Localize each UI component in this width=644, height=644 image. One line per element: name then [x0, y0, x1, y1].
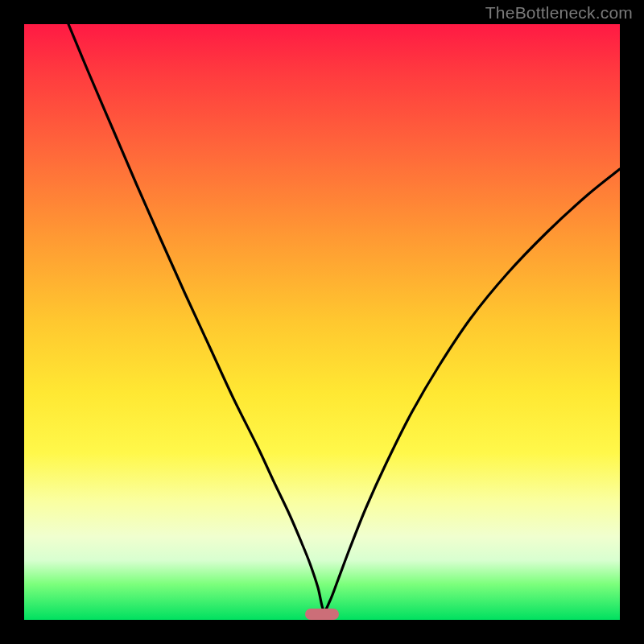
bottleneck-marker — [305, 609, 339, 620]
bottleneck-curve — [24, 24, 620, 620]
chart-container: TheBottleneck.com — [0, 0, 644, 644]
watermark-text: TheBottleneck.com — [485, 3, 633, 23]
plot-area — [24, 24, 620, 620]
